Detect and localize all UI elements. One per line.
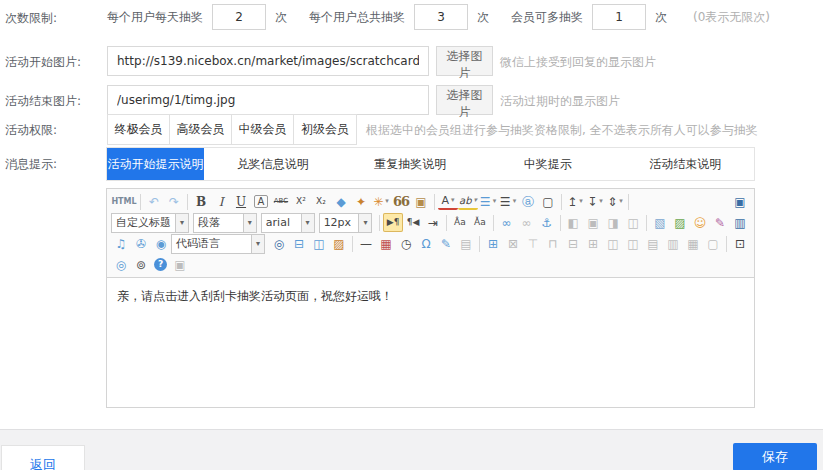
split-to-rows-button[interactable]: ▤ [643, 234, 663, 253]
font-size-select[interactable]: 12px▾ [319, 213, 373, 233]
insert-col-button[interactable]: ⊞ [583, 234, 603, 253]
custom-title-select[interactable]: 自定义标题▾ [111, 213, 189, 233]
ordered-list-button[interactable]: ☰ [478, 192, 498, 211]
limit-count-input[interactable] [212, 4, 266, 30]
merge-cells-button[interactable]: ◫ [603, 234, 623, 253]
paragraph-space-top-button[interactable]: ↥ [565, 192, 585, 211]
image-align-center-button[interactable]: ◫ [623, 213, 643, 232]
paste-button[interactable]: ▣ [170, 255, 190, 274]
page-break-button[interactable]: ⊟ [289, 234, 309, 253]
template-button[interactable]: ▨ [329, 234, 349, 253]
delete-table-button[interactable]: ⊠ [503, 234, 523, 253]
to-uppercase-button[interactable]: Âa [450, 213, 470, 232]
message-tab[interactable]: 活动开始提示说明 [107, 148, 204, 180]
back-button[interactable]: 返回 [1, 445, 85, 470]
proofread-button[interactable]: ✎ [436, 234, 456, 253]
choose-start-image-button[interactable]: 选择图片 [436, 46, 493, 76]
link-button[interactable]: ∞ [497, 213, 517, 232]
member-option-button[interactable]: 中级会员 [232, 115, 294, 144]
save-button[interactable]: 保存 [733, 443, 817, 470]
redo-button[interactable]: ↷ [164, 192, 184, 211]
start-image-url-input[interactable] [107, 46, 429, 76]
member-option-button[interactable]: 高级会员 [170, 115, 232, 144]
insert-table-button[interactable]: ⊞ [483, 234, 503, 253]
indent-button[interactable]: ⇥ [423, 213, 443, 232]
screenshot-button[interactable]: ◎ [269, 234, 289, 253]
code-language-select[interactable]: 代码语言▾ [171, 234, 265, 254]
chevron-down-icon[interactable]: ▾ [251, 235, 264, 253]
underline-button[interactable]: U [231, 192, 251, 211]
blockquote-button[interactable]: 66 [391, 192, 411, 211]
insert-map-button[interactable]: ◉ [151, 234, 171, 253]
image-align-right-button[interactable]: ◨ [603, 213, 623, 232]
clear-doc-button[interactable]: ▢ [538, 192, 558, 211]
font-color-button[interactable]: A [438, 194, 458, 210]
to-lowercase-button[interactable]: Ǎa [470, 213, 490, 232]
table-sort-button[interactable]: ▦ [683, 234, 703, 253]
emotion-button[interactable]: ☺ [690, 213, 710, 232]
end-image-url-input[interactable] [107, 85, 429, 115]
insert-date-button[interactable]: ▦ [376, 234, 396, 253]
limit-count-input[interactable] [414, 4, 468, 30]
undo-button[interactable]: ↶ [144, 192, 164, 211]
remove-format-button[interactable]: ◆ [331, 192, 351, 211]
limit-count-input[interactable] [592, 4, 646, 30]
message-tab[interactable]: 兑奖信息说明 [204, 148, 342, 180]
message-tab[interactable]: 中奖提示 [479, 148, 617, 180]
chevron-down-icon[interactable]: ▾ [243, 214, 256, 232]
bold-button[interactable]: B [191, 192, 211, 211]
source-code-button[interactable]: HTML [111, 192, 137, 211]
unlink-button[interactable]: ∞ [517, 213, 537, 232]
insert-image-button[interactable]: ▧ [650, 213, 670, 232]
chevron-down-icon[interactable]: ▾ [358, 214, 371, 232]
help-button[interactable]: ? [154, 258, 167, 271]
insert-row-button[interactable]: ⊟ [563, 234, 583, 253]
subscript-button[interactable]: X₂ [311, 192, 331, 211]
split-cells-button[interactable]: ◫ [623, 234, 643, 253]
upload-image-button[interactable]: ▨ [670, 213, 690, 232]
preview-button[interactable]: ◎ [111, 255, 131, 274]
attachment-button[interactable]: ✇ [131, 234, 151, 253]
doc-button[interactable]: ▢ [703, 234, 723, 253]
image-align-left-button[interactable]: ◧ [563, 213, 583, 232]
scrawl-button[interactable]: ✎ [710, 213, 730, 232]
ltr-paragraph-button[interactable]: ▶¶ [383, 213, 403, 232]
message-tab[interactable]: 活动结束说明 [617, 148, 755, 180]
paste-filter-button[interactable]: ▣ [411, 192, 431, 211]
font-border-button[interactable]: A [254, 195, 268, 208]
message-tab[interactable]: 重复抽奖说明 [342, 148, 480, 180]
fullscreen-button[interactable]: ▣ [730, 192, 750, 211]
select-all-button[interactable]: ⓐ [518, 192, 538, 211]
word-image-button[interactable]: ▤ [456, 234, 476, 253]
table-caption-button[interactable]: ⊤ [523, 234, 543, 253]
split-to-cols-button[interactable]: ▥ [663, 234, 683, 253]
table-title-button[interactable]: ⊓ [543, 234, 563, 253]
strikethrough-button[interactable]: ABC [271, 192, 291, 211]
auto-typeset-button[interactable]: ✳ [371, 192, 391, 211]
member-option-button[interactable]: 终极会员 [108, 115, 170, 144]
search-replace-button[interactable]: ⊚ [131, 255, 151, 274]
format-brush-button[interactable]: ✦ [351, 192, 371, 211]
insert-time-button[interactable]: ◷ [396, 234, 416, 253]
chevron-down-icon[interactable]: ▾ [175, 214, 188, 232]
unordered-list-button[interactable]: ☰ [498, 192, 518, 211]
anchor-button[interactable]: ⚓ [537, 213, 557, 232]
member-option-button[interactable]: 初级会员 [294, 115, 356, 144]
paragraph-select[interactable]: 段落▾ [193, 213, 257, 233]
rtl-paragraph-button[interactable]: ¶◀ [403, 213, 423, 232]
choose-end-image-button[interactable]: 选择图片 [436, 85, 493, 115]
insert-video-button[interactable]: ▥ [730, 213, 750, 232]
highlight-color-button[interactable]: ab [458, 194, 478, 210]
editor-content[interactable]: 亲，请点击进入刮刮卡抽奖活动页面，祝您好运哦！ [107, 278, 754, 407]
insert-audio-button[interactable]: ♫ [111, 234, 131, 253]
image-align-inline-button[interactable]: ▣ [583, 213, 603, 232]
italic-button[interactable]: I [211, 192, 231, 211]
paragraph-space-bottom-button[interactable]: ↧ [585, 192, 605, 211]
insert-iframe-button[interactable]: ◫ [309, 234, 329, 253]
superscript-button[interactable]: X² [291, 192, 311, 211]
line-height-button[interactable]: ⇕ [605, 192, 625, 211]
chevron-down-icon[interactable]: ▾ [301, 214, 314, 232]
horizontal-rule-button[interactable]: — [356, 234, 376, 253]
special-chars-button[interactable]: Ω [416, 234, 436, 253]
font-family-select[interactable]: arial▾ [261, 213, 315, 233]
